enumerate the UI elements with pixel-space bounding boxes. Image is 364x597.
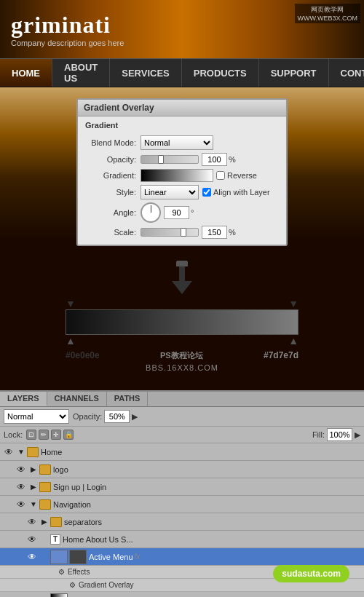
eye-text-home[interactable]: 👁	[25, 533, 39, 546]
dialog-section: Gradient	[78, 116, 286, 134]
opacity-unit: %	[229, 155, 236, 164]
gradient-bar[interactable]	[141, 169, 213, 182]
angle-input[interactable]	[164, 206, 189, 219]
gradient-stops: #0e0e0e PS教程论坛 #7d7e7d	[66, 350, 298, 361]
angle-dial[interactable]	[141, 202, 161, 223]
arrow-top-nub	[176, 261, 188, 266]
gradient-bar-bottom-arrows: ▲ ▲	[66, 335, 298, 347]
folder-home	[27, 447, 39, 457]
lock-paint-icon[interactable]: ✏	[39, 430, 49, 440]
layer-home[interactable]: 👁 ▼ Home	[0, 443, 364, 461]
nav-contact[interactable]: CONTACT	[329, 59, 364, 87]
stop-right-label: #7d7e7d	[264, 350, 298, 361]
tab-layers[interactable]: LAYERS	[0, 392, 47, 406]
layer-active-menu[interactable]: 👁 Active Menu fx	[0, 548, 364, 566]
opacity-input[interactable]	[104, 410, 130, 423]
scale-slider[interactable]	[141, 228, 199, 237]
folder-separators	[50, 517, 62, 527]
watermark: 网页教学网 WWW.WEB3X.COM	[295, 4, 361, 23]
reverse-row: Reverse	[216, 171, 257, 180]
folder-navigation	[39, 499, 51, 510]
blend-mode-dropdown[interactable]: Normal	[4, 409, 69, 424]
layer-signup[interactable]: 👁 ▶ Sign up | Login	[0, 478, 364, 496]
eye-gradient[interactable]: 👁	[25, 594, 39, 598]
fx-badge: fx	[135, 553, 141, 561]
eye-signup[interactable]: 👁	[15, 481, 28, 494]
scale-unit: %	[229, 228, 236, 237]
logo-desc: Company description goes here	[11, 39, 124, 47]
logo-area: griminati Company description goes here	[11, 12, 124, 47]
style-select[interactable]: Linear	[141, 185, 199, 199]
nav-about[interactable]: ABOUT US	[52, 59, 110, 87]
lock-all-icon[interactable]: 🔒	[63, 430, 74, 440]
align-label: Align with Layer	[213, 188, 270, 197]
layer-separators[interactable]: 👁 ▶ separators	[0, 513, 364, 531]
gradient-overlay-icon: ⚙	[69, 581, 76, 589]
layer-gradient[interactable]: 👁 gradient ◻	[0, 592, 364, 597]
expand-separators[interactable]: ▶	[40, 518, 49, 526]
reverse-checkbox[interactable]	[216, 171, 225, 180]
lock-move-icon[interactable]: ✛	[51, 430, 61, 440]
gradient-label: Gradient:	[85, 171, 136, 180]
nav-home[interactable]: HOME	[0, 59, 52, 87]
style-row: Style: Linear Align with Layer	[78, 183, 286, 201]
eye-separators[interactable]: 👁	[25, 515, 39, 529]
layer-logo[interactable]: 👁 ▶ logo	[0, 461, 364, 478]
fill-row: Fill: ▶	[312, 428, 360, 441]
text-icon: T	[50, 534, 60, 545]
angle-row: Angle: °	[78, 201, 286, 224]
expand-logo[interactable]: ▶	[29, 465, 38, 474]
nav-support[interactable]: SUPPORT	[259, 59, 329, 87]
layer-navigation[interactable]: 👁 ▼ Navigation	[0, 496, 364, 513]
gradient-overlay-dialog: Gradient Overlay Gradient Blend Mode: No…	[76, 98, 288, 246]
ps-watermark: PS教程论坛	[160, 350, 203, 361]
style-label: Style:	[85, 188, 136, 197]
gradient-overlay-label: Gradient Overlay	[79, 581, 134, 589]
gradient-arrow-left-bottom: ▲	[66, 335, 76, 347]
layer-text-home[interactable]: 👁 T Home About Us S...	[0, 531, 364, 548]
sudasuta-badge: sudasuta.com	[273, 565, 349, 582]
tab-paths[interactable]: PATHS	[107, 392, 149, 406]
eye-home[interactable]: 👁	[2, 446, 15, 459]
blend-mode-select[interactable]: Normal	[141, 135, 213, 150]
gradient-row: Gradient: Reverse	[78, 167, 286, 183]
expand-home[interactable]: ▼	[17, 448, 25, 456]
align-checkbox[interactable]	[202, 188, 211, 197]
layer-text-home-label: Home About Us S...	[63, 535, 133, 544]
opacity-row: Opacity: %	[78, 151, 286, 167]
lock-transparent-icon[interactable]: ⊡	[26, 430, 36, 440]
reverse-label: Reverse	[227, 171, 257, 180]
layers-controls-row1: Normal Opacity: ▶	[0, 407, 364, 427]
stop-left-label: #0e0e0e	[66, 350, 100, 361]
gradient-bar-main	[66, 309, 298, 335]
tab-channels[interactable]: CHANNELS	[47, 392, 107, 406]
fill-input[interactable]	[327, 428, 352, 441]
opacity-slider[interactable]	[141, 155, 199, 164]
scale-label: Scale:	[85, 228, 136, 237]
eye-active-menu[interactable]: 👁	[25, 550, 39, 564]
lock-label: Lock:	[4, 430, 23, 439]
folder-signup	[39, 482, 51, 492]
angle-unit: °	[191, 208, 194, 217]
eye-logo[interactable]: 👁	[15, 463, 28, 476]
nav-products[interactable]: PRODUCTS	[182, 59, 259, 87]
opacity-expand[interactable]: ▶	[132, 412, 138, 422]
expand-navigation[interactable]: ▼	[29, 500, 38, 509]
thumb-active-menu	[50, 550, 68, 564]
arrow-head	[172, 281, 192, 294]
header: griminati Company description goes here …	[0, 0, 364, 58]
layer-logo-label: logo	[53, 465, 68, 474]
arrow-stem	[179, 266, 185, 281]
eye-navigation[interactable]: 👁	[15, 498, 28, 511]
fill-expand[interactable]: ▶	[355, 430, 360, 440]
layer-navigation-label: Navigation	[53, 500, 91, 509]
opacity-row: Opacity: ▶	[73, 410, 138, 423]
opacity-input[interactable]	[202, 153, 227, 166]
scale-input[interactable]	[202, 226, 227, 239]
opacity-label: Opacity:	[85, 155, 136, 164]
expand-signup[interactable]: ▶	[29, 483, 38, 491]
angle-label: Angle:	[85, 208, 136, 217]
gradient-preview-section: ▼ ▼ ▲ ▲ #0e0e0e PS教程论坛 #7d7e7d BBS.16XX8…	[55, 298, 309, 372]
logo-text: griminati	[11, 12, 124, 39]
nav-services[interactable]: SERVICES	[110, 59, 182, 87]
